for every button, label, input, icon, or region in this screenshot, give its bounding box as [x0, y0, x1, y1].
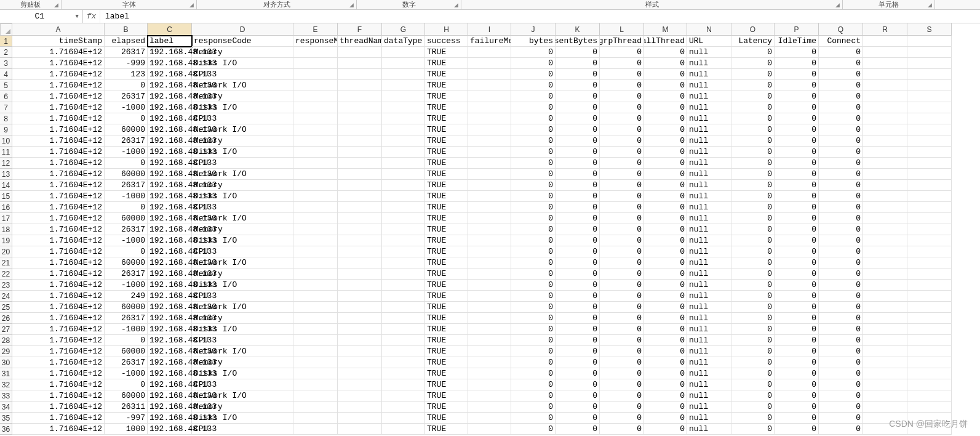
cell-K33[interactable]: 0 — [556, 390, 600, 402]
cell-R3[interactable] — [863, 58, 907, 69]
cell-M25[interactable]: 0 — [644, 302, 687, 313]
cell-L13[interactable]: 0 — [600, 169, 644, 180]
cell-O20[interactable]: 0 — [731, 246, 775, 257]
cell-A2[interactable]: 1.71604E+12 — [12, 47, 105, 58]
cell-L28[interactable]: 0 — [600, 335, 644, 346]
cell-F26[interactable] — [338, 313, 382, 324]
cell-N29[interactable]: null — [687, 346, 731, 357]
cell-C4[interactable]: 192.168.48.133 — [148, 69, 192, 80]
cell-K27[interactable]: 0 — [556, 324, 600, 335]
cell-O7[interactable]: 0 — [731, 102, 775, 113]
cell-M20[interactable]: 0 — [644, 246, 687, 257]
cell-B23[interactable]: -1000 — [105, 280, 148, 291]
cell-N33[interactable]: null — [687, 390, 731, 402]
cell-G22[interactable] — [382, 268, 425, 280]
cell-B1[interactable]: elapsed — [105, 36, 148, 47]
cell-E29[interactable] — [293, 346, 338, 357]
cell-E12[interactable] — [293, 158, 338, 169]
cell-I13[interactable] — [468, 169, 511, 180]
cell-O19[interactable]: 0 — [731, 235, 775, 246]
cell-G17[interactable] — [382, 213, 425, 224]
cell-D22[interactable]: Memory — [192, 268, 293, 280]
cell-P11[interactable]: 0 — [775, 147, 819, 158]
cell-B10[interactable]: 26317 — [105, 135, 148, 147]
col-header-G[interactable]: G — [382, 23, 425, 36]
row-header-35[interactable]: 35 — [0, 413, 12, 424]
cell-E20[interactable] — [293, 246, 338, 257]
cell-H25[interactable]: TRUE — [425, 302, 468, 313]
cell-S2[interactable] — [907, 47, 952, 58]
row-header-18[interactable]: 18 — [0, 224, 12, 235]
row-header-28[interactable]: 28 — [0, 335, 12, 346]
cell-J23[interactable]: 0 — [511, 280, 556, 291]
cell-B25[interactable]: 60000 — [105, 302, 148, 313]
cell-L23[interactable]: 0 — [600, 280, 644, 291]
cell-I36[interactable] — [468, 424, 511, 435]
cell-E17[interactable] — [293, 213, 338, 224]
cell-M5[interactable]: 0 — [644, 80, 687, 91]
cell-Q32[interactable]: 0 — [819, 379, 863, 390]
cell-J5[interactable]: 0 — [511, 80, 556, 91]
row-header-36[interactable]: 36 — [0, 424, 12, 435]
cell-M17[interactable]: 0 — [644, 213, 687, 224]
cell-N12[interactable]: null — [687, 158, 731, 169]
cell-H30[interactable]: TRUE — [425, 357, 468, 368]
cell-M34[interactable]: 0 — [644, 402, 687, 413]
cell-C9[interactable]: 192.168.48.133 — [148, 124, 192, 135]
cell-K36[interactable]: 0 — [556, 424, 600, 435]
cell-S18[interactable] — [907, 224, 952, 235]
cell-A32[interactable]: 1.71604E+12 — [12, 379, 105, 390]
cell-I7[interactable] — [468, 102, 511, 113]
row-header-4[interactable]: 4 — [0, 69, 12, 80]
cell-J4[interactable]: 0 — [511, 69, 556, 80]
cell-S33[interactable] — [907, 390, 952, 402]
cell-P9[interactable]: 0 — [775, 124, 819, 135]
cell-H17[interactable]: TRUE — [425, 213, 468, 224]
cell-B30[interactable]: 26317 — [105, 357, 148, 368]
cell-M2[interactable]: 0 — [644, 47, 687, 58]
cell-D17[interactable]: Network I/O — [192, 213, 293, 224]
cell-L3[interactable]: 0 — [600, 58, 644, 69]
row-header-7[interactable]: 7 — [0, 102, 12, 113]
row-header-2[interactable]: 2 — [0, 47, 12, 58]
cell-L20[interactable]: 0 — [600, 246, 644, 257]
cell-A31[interactable]: 1.71604E+12 — [12, 368, 105, 379]
cell-L5[interactable]: 0 — [600, 80, 644, 91]
cell-C20[interactable]: 192.168.48.133 — [148, 246, 192, 257]
cell-S34[interactable] — [907, 402, 952, 413]
row-header-33[interactable]: 33 — [0, 390, 12, 402]
cell-A19[interactable]: 1.71604E+12 — [12, 235, 105, 246]
cell-G14[interactable] — [382, 180, 425, 191]
cell-L32[interactable]: 0 — [600, 379, 644, 390]
cell-A17[interactable]: 1.71604E+12 — [12, 213, 105, 224]
cell-Q15[interactable]: 0 — [819, 191, 863, 202]
cell-N5[interactable]: null — [687, 80, 731, 91]
cell-M18[interactable]: 0 — [644, 224, 687, 235]
cell-A30[interactable]: 1.71604E+12 — [12, 357, 105, 368]
cell-F30[interactable] — [338, 357, 382, 368]
cell-B6[interactable]: 26317 — [105, 91, 148, 102]
cell-R20[interactable] — [863, 246, 907, 257]
cell-K15[interactable]: 0 — [556, 191, 600, 202]
cell-H15[interactable]: TRUE — [425, 191, 468, 202]
cell-G15[interactable] — [382, 191, 425, 202]
cell-D33[interactable]: Network I/O — [192, 390, 293, 402]
cell-N23[interactable]: null — [687, 280, 731, 291]
cell-I17[interactable] — [468, 213, 511, 224]
cell-C36[interactable]: 192.168.48.133 — [148, 424, 192, 435]
cell-F34[interactable] — [338, 402, 382, 413]
cell-L18[interactable]: 0 — [600, 224, 644, 235]
cell-J33[interactable]: 0 — [511, 390, 556, 402]
cell-P31[interactable]: 0 — [775, 368, 819, 379]
cell-Q29[interactable]: 0 — [819, 346, 863, 357]
cell-L11[interactable]: 0 — [600, 147, 644, 158]
cell-Q2[interactable]: 0 — [819, 47, 863, 58]
cell-B31[interactable]: -1000 — [105, 368, 148, 379]
cell-G26[interactable] — [382, 313, 425, 324]
cell-E25[interactable] — [293, 302, 338, 313]
cell-P30[interactable]: 0 — [775, 357, 819, 368]
cell-N16[interactable]: null — [687, 202, 731, 213]
row-header-5[interactable]: 5 — [0, 80, 12, 91]
cell-J7[interactable]: 0 — [511, 102, 556, 113]
cell-H27[interactable]: TRUE — [425, 324, 468, 335]
